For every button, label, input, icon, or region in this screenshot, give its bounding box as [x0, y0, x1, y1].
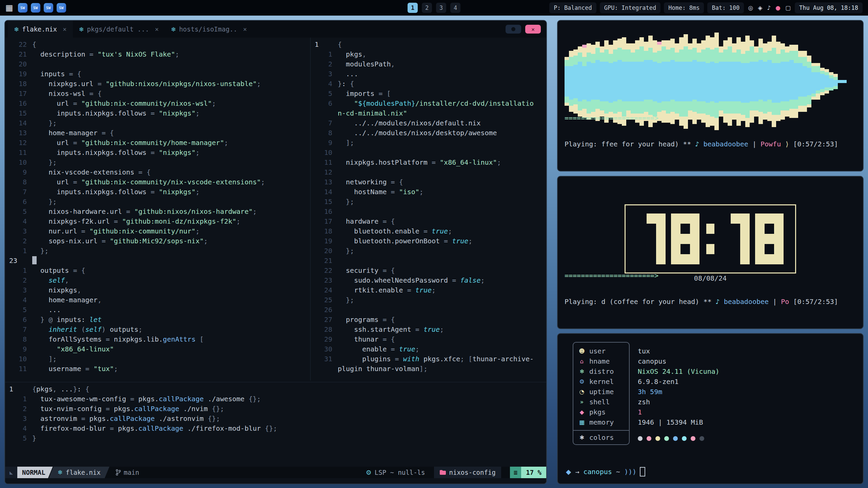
digit-cell	[765, 224, 774, 234]
tab-close-icon[interactable]: ×	[63, 25, 66, 33]
code-line: 3 nur.url = "github:nix-community/nur";	[5, 226, 310, 236]
taskbar-app-icon[interactable]: SW	[44, 3, 53, 13]
visualizer-segment	[622, 37, 626, 49]
workspace-tag[interactable]: 4	[450, 3, 460, 13]
taskbar-app-icon[interactable]: SW	[31, 3, 40, 13]
digit-cell	[740, 224, 750, 234]
code-line: 27 programs = {	[311, 315, 546, 325]
code-text: outputs = {	[32, 266, 85, 276]
visualizer-segment	[825, 72, 829, 75]
color-dot	[699, 436, 704, 441]
line-number: 1	[5, 394, 32, 404]
line-number: 9	[5, 344, 32, 354]
terminal-cursor	[640, 467, 645, 476]
editor-pane-left[interactable]: 22{21 description = "tux's NixOS Flake";…	[5, 38, 310, 381]
code-text: nur.url = "github:nix-community/nur";	[32, 226, 200, 236]
editor-tabs: ❄flake.nix×❄pkgs/default ...×❄hosts/isoI…	[8, 21, 253, 38]
shell-prompt[interactable]: ◆ → canopus ~ )))	[566, 467, 645, 477]
editor-pane-right[interactable]: 1{1 pkgs,2 modulesPath,3 ...4}: {5 impor…	[310, 38, 546, 381]
visualizer-bar	[833, 74, 838, 89]
hname-icon: ⌂	[578, 358, 586, 365]
text-segment: [0:57/2:53]	[793, 140, 838, 148]
visualizer-segment	[692, 48, 697, 60]
editor-tab[interactable]: ❄pkgs/default ...×	[73, 21, 165, 38]
line-number: 6	[5, 315, 32, 325]
launcher-icon[interactable]: ▦	[5, 3, 13, 13]
clock: Thu Aug 08, 18:18	[795, 2, 863, 13]
visualizer-segment	[565, 57, 569, 60]
fetch-terminal[interactable]: ☻user⌂hname❄distro⚙kernel◔uptime»shell◆p…	[557, 333, 864, 484]
visualizer-segment	[573, 49, 578, 56]
visualizer-segment	[666, 62, 670, 101]
visualizer-segment	[617, 39, 622, 48]
fetch-label: memory	[589, 418, 614, 426]
network-icon[interactable]: ◎	[748, 4, 753, 11]
tab-close-icon[interactable]: ×	[155, 25, 159, 33]
distro-icon: ❄	[578, 368, 586, 375]
music-terminal[interactable]: ======================> Playing: ffee fo…	[557, 20, 864, 171]
digit-cell	[637, 224, 647, 234]
close-button[interactable]: ✕	[525, 25, 541, 34]
code-text: nixos-wsl = {	[32, 89, 102, 99]
code-text: rtkit.enable = true;	[338, 285, 436, 295]
taskbar-app-icon[interactable]: SW	[57, 3, 66, 13]
digit-cell	[637, 234, 647, 244]
text-segment: Po	[781, 298, 789, 306]
taskbar-app-icon[interactable]: SW	[18, 3, 27, 13]
workspace-tag[interactable]: 2	[422, 3, 432, 13]
code-text: username = "tux";	[32, 364, 118, 374]
code-line: 1 outputs = {	[5, 266, 310, 276]
code-line: 23	[5, 256, 310, 266]
code-line: 8 ../../modules/nixos/desktop/awesome	[311, 128, 546, 138]
visualizer-segment	[820, 92, 825, 95]
lsp-label: LSP ~ null-ls	[375, 469, 425, 476]
line-number: 8	[5, 177, 32, 187]
code-line: 21 description = "tux's NixOS Flake";	[5, 49, 310, 59]
visualizer-segment	[657, 42, 662, 45]
visualizer-segment	[736, 49, 741, 62]
visualizer-segment	[842, 80, 847, 83]
code-line: 2 modulesPath,	[311, 59, 546, 69]
mode-indicator: NORMAL	[17, 467, 53, 478]
visualizer-segment	[626, 62, 631, 101]
editor-pane-bottom[interactable]: 1{pkgs, ...}: {1 tux-awesome-wm-config =…	[5, 382, 546, 466]
command-line[interactable]	[5, 478, 546, 484]
editor-tab[interactable]: ❄hosts/isoImag..×	[165, 21, 253, 38]
tray-icon[interactable]: ▢	[785, 4, 791, 11]
editor-tab[interactable]: ❄flake.nix×	[8, 21, 73, 38]
line-number: 1	[5, 246, 32, 256]
workspace-tag[interactable]: 1	[408, 3, 418, 13]
visualizer-segment	[578, 53, 582, 62]
text-segment: ~	[612, 467, 624, 477]
code-text: astronvim = pkgs.callPackage ./astronvim…	[32, 414, 220, 424]
toggle-button[interactable]	[506, 25, 521, 34]
clock-terminal[interactable]: 08/08/24 ======================> Playing…	[557, 176, 864, 329]
editor-window: ❄flake.nix×❄pkgs/default ...×❄hosts/isoI…	[4, 20, 547, 484]
visualizer-segment	[820, 89, 825, 92]
pkgs-icon: ◆	[578, 409, 586, 415]
visualizer-segment	[578, 46, 582, 53]
line-number: 19	[311, 236, 338, 246]
code-line: 1{	[311, 40, 546, 49]
visualizer-segment	[697, 43, 701, 53]
line-number: 17	[5, 89, 32, 99]
volume-icon[interactable]: ♪	[767, 4, 771, 11]
visualizer-segment	[613, 49, 617, 62]
visualizer-segment	[631, 53, 635, 62]
tab-close-icon[interactable]: ×	[243, 25, 247, 33]
recording-indicator[interactable]: ●	[775, 4, 781, 11]
digit-cell	[671, 224, 680, 234]
line-number: 2	[5, 276, 32, 285]
line-number: 7	[311, 118, 338, 128]
code-text: nixos-hardware.url = "github:nixos/nixos…	[32, 207, 257, 217]
fetch-row: ◆pkgs	[573, 407, 629, 417]
user-icon: ☻	[578, 348, 586, 354]
shield-icon[interactable]: ◈	[758, 4, 762, 11]
workspace-tag[interactable]: 3	[436, 3, 446, 13]
color-dot	[647, 436, 651, 441]
window-buttons: ✕	[506, 25, 544, 34]
visualizer-segment	[701, 40, 706, 49]
digit-cell	[647, 244, 656, 254]
text-segment: ♪	[695, 140, 703, 148]
visualizer-segment	[569, 66, 573, 100]
